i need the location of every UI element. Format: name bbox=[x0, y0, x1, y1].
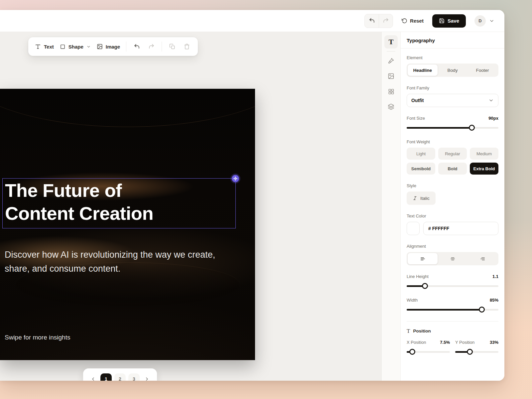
text-tool-label: Text bbox=[44, 44, 54, 50]
slider-fill bbox=[407, 127, 472, 129]
duplicate-button[interactable] bbox=[168, 42, 177, 51]
width-slider[interactable] bbox=[407, 307, 498, 313]
x-position-slider[interactable] bbox=[407, 349, 450, 355]
y-position-slider[interactable] bbox=[455, 349, 498, 355]
redo-icon bbox=[383, 18, 389, 24]
account-menu[interactable]: D bbox=[474, 15, 494, 27]
italic-toggle-button[interactable]: Italic bbox=[407, 192, 436, 205]
slide-footer-text[interactable]: Swipe for more insights bbox=[5, 334, 70, 341]
slider-fill bbox=[407, 309, 482, 311]
alignment-label: Alignment bbox=[407, 244, 498, 249]
slider-knob[interactable] bbox=[469, 125, 475, 131]
slider-knob[interactable] bbox=[422, 283, 428, 289]
sidebar-item-layers[interactable] bbox=[384, 100, 398, 113]
text-color-label: Text Color bbox=[407, 213, 498, 218]
style-label: Style bbox=[407, 183, 498, 188]
slide-headline[interactable]: The Future of Content Creation bbox=[5, 179, 153, 225]
element-option-footer[interactable]: Footer bbox=[467, 65, 497, 76]
align-left-button[interactable] bbox=[408, 253, 438, 264]
save-button[interactable]: Save bbox=[432, 14, 466, 28]
line-height-label: Line Height bbox=[407, 274, 429, 279]
sidebar-item-templates[interactable] bbox=[384, 85, 398, 98]
element-section: Element Headline Body Footer bbox=[407, 55, 498, 77]
width-section: Width 85% bbox=[407, 298, 498, 313]
font-size-value: 90px bbox=[488, 116, 498, 121]
shape-tool-label: Shape bbox=[68, 44, 83, 50]
weight-option-semibold[interactable]: Semibold bbox=[407, 163, 435, 175]
weight-option-regular[interactable]: Regular bbox=[438, 148, 467, 160]
font-size-section: Font Size 90px bbox=[407, 116, 498, 131]
slider-knob[interactable] bbox=[467, 349, 473, 355]
x-position-value: 7.5% bbox=[440, 340, 450, 345]
headline-line-2: Content Creation bbox=[5, 202, 153, 225]
slide-body-text[interactable]: Discover how AI is revolutionizing the w… bbox=[5, 248, 224, 276]
text-icon bbox=[35, 44, 41, 50]
delete-button[interactable] bbox=[183, 42, 191, 51]
weight-option-bold[interactable]: Bold bbox=[438, 163, 467, 175]
font-family-select[interactable]: Outfit bbox=[407, 94, 498, 107]
width-label: Width bbox=[407, 298, 418, 303]
slider-knob[interactable] bbox=[409, 349, 415, 355]
shape-tool-button[interactable]: Shape bbox=[60, 44, 91, 50]
canvas-area[interactable]: Text Shape Image bbox=[0, 32, 381, 381]
slider-knob[interactable] bbox=[479, 307, 485, 313]
align-center-button[interactable] bbox=[438, 253, 467, 264]
header: Reset Save D bbox=[0, 10, 504, 32]
brush-icon bbox=[388, 58, 394, 64]
color-swatch[interactable] bbox=[407, 222, 420, 235]
image-tool-label: Image bbox=[106, 44, 120, 50]
chevron-down-icon bbox=[488, 98, 494, 103]
sidebar-item-typography[interactable]: T bbox=[384, 35, 398, 49]
alignment-segmented-control bbox=[407, 252, 498, 265]
align-right-icon bbox=[480, 256, 485, 262]
app-window: Reset Save D bbox=[0, 10, 504, 381]
typography-icon: T bbox=[389, 38, 394, 46]
redo-button[interactable] bbox=[379, 14, 393, 28]
text-tool-button[interactable]: Text bbox=[35, 44, 54, 50]
page-button-2[interactable]: 2 bbox=[114, 373, 126, 381]
align-right-button[interactable] bbox=[467, 253, 497, 264]
previous-slide-button[interactable] bbox=[88, 374, 98, 381]
element-option-headline[interactable]: Headline bbox=[408, 65, 438, 76]
page-button-1[interactable]: 1 bbox=[100, 373, 112, 381]
redo-icon bbox=[148, 44, 155, 50]
image-tool-button[interactable]: Image bbox=[97, 44, 120, 50]
canvas-redo-button[interactable] bbox=[147, 42, 156, 51]
font-family-label: Font Family bbox=[407, 85, 498, 90]
sidebar-item-image[interactable] bbox=[384, 69, 398, 83]
canvas-undo-button[interactable] bbox=[132, 42, 141, 51]
move-handle[interactable] bbox=[232, 175, 239, 182]
weight-option-medium[interactable]: Medium bbox=[470, 148, 498, 160]
grid-icon bbox=[388, 88, 394, 95]
trash-icon bbox=[184, 44, 190, 50]
font-size-slider[interactable] bbox=[407, 125, 498, 131]
reset-icon bbox=[402, 18, 407, 24]
reset-label: Reset bbox=[410, 18, 424, 24]
reset-button[interactable]: Reset bbox=[402, 18, 424, 24]
font-family-value: Outfit bbox=[411, 98, 424, 103]
weight-option-light[interactable]: Light bbox=[407, 148, 435, 160]
avatar-initial: D bbox=[478, 18, 481, 23]
x-position-label: X Position bbox=[407, 340, 426, 345]
weight-option-extra-bold[interactable]: Extra Bold bbox=[470, 163, 498, 175]
headline-selection-box[interactable]: The Future of Content Creation bbox=[2, 178, 236, 228]
typography-panel: Typography Element Headline Body Footer … bbox=[401, 32, 504, 381]
element-option-body[interactable]: Body bbox=[438, 65, 467, 76]
align-left-icon bbox=[420, 256, 426, 262]
slide-canvas[interactable]: The Future of Content Creation Discover … bbox=[0, 89, 255, 360]
page-button-3[interactable]: 3 bbox=[128, 373, 140, 381]
next-slide-button[interactable] bbox=[142, 374, 152, 381]
toolbar-divider bbox=[126, 42, 126, 52]
line-height-slider[interactable] bbox=[407, 283, 498, 289]
font-size-label: Font Size bbox=[407, 116, 425, 121]
slide-pagination: 1 2 3 bbox=[83, 368, 157, 381]
chevron-down-icon bbox=[489, 18, 494, 24]
color-hex-input[interactable] bbox=[423, 222, 498, 235]
text-position-icon: T bbox=[407, 328, 410, 334]
element-segmented-control: Headline Body Footer bbox=[407, 64, 498, 77]
headline-line-1: The Future of bbox=[5, 179, 153, 202]
toolbar-divider bbox=[162, 42, 162, 52]
undo-button[interactable] bbox=[365, 14, 379, 28]
sidebar-item-style[interactable] bbox=[384, 54, 398, 67]
position-section: T Position X Position 7.5% Y Position 33… bbox=[407, 328, 498, 355]
